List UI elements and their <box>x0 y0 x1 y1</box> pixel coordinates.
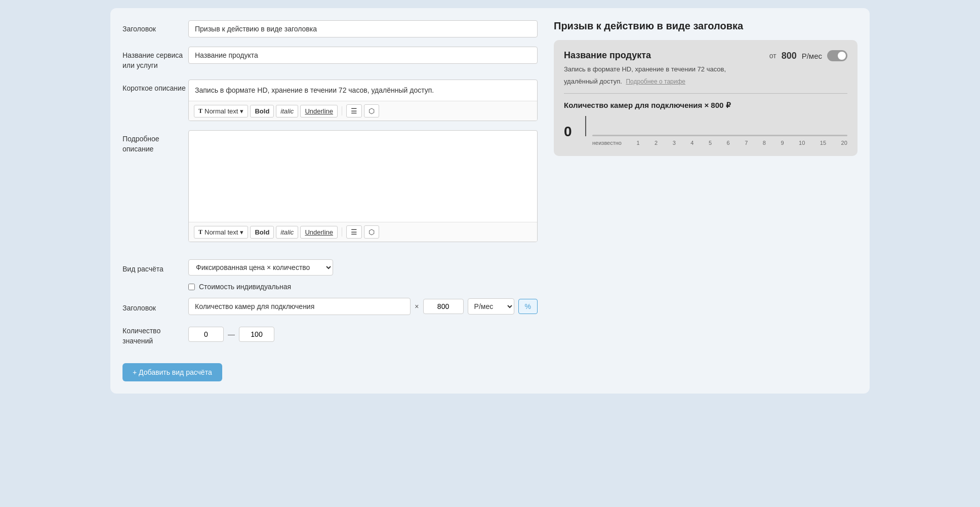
service-name-input[interactable] <box>188 47 538 64</box>
slider-label: 4 <box>690 140 693 146</box>
short-toolbar-underline[interactable]: Underline <box>300 105 338 118</box>
preview-slider-value: 0 <box>564 124 579 140</box>
detailed-toolbar-link[interactable]: ⬡ <box>364 225 379 239</box>
left-panel: Заголовок Название сервиса или услуги Ко… <box>123 20 538 381</box>
chevron-down-icon2: ▾ <box>240 228 243 236</box>
short-toolbar-italic[interactable]: italic <box>276 105 298 118</box>
preview-price-prefix: от <box>769 52 777 60</box>
service-name-row: Название сервиса или услуги <box>123 47 538 70</box>
header-input[interactable] <box>188 20 538 37</box>
preview-description-line2: удалённый доступ. Подробнее о тарифе <box>564 76 847 87</box>
preview-price-value: 800 <box>782 51 797 61</box>
toolbar-divider-1 <box>342 106 342 115</box>
quantity-row: Количество значений — <box>123 322 538 346</box>
slider-label: 15 <box>820 140 826 146</box>
multiply-sign: × <box>415 302 419 310</box>
preview-toggle[interactable] <box>827 50 847 61</box>
preview-divider <box>564 93 847 94</box>
preview-price-area: от 800 Р/мес <box>769 50 847 61</box>
detailed-toolbar-normal-text[interactable]: 𝐓 Normal text ▾ <box>194 226 248 239</box>
preview-title: Призыв к действию в виде заголовка <box>554 20 858 32</box>
short-desc-wrap: Запись в формате HD, хранение в течении … <box>188 80 538 121</box>
preview-desc-text: удалённый доступ. <box>564 77 622 85</box>
quantity-max-input[interactable] <box>239 327 274 342</box>
short-desc-row: Короткое описание Запись в формате HD, х… <box>123 80 538 121</box>
slider-label: 5 <box>709 140 712 146</box>
preview-product-name: Название продукта <box>564 50 651 61</box>
slider-label: 7 <box>745 140 748 146</box>
header-label: Заголовок <box>123 20 188 34</box>
spacer-1 <box>123 251 538 259</box>
unit-select[interactable]: Р/мес $/мес €/мес <box>468 298 514 315</box>
header2-wrap: × Р/мес $/мес €/мес % <box>188 298 538 315</box>
detailed-toolbar-list[interactable]: ☰ <box>346 225 362 239</box>
quantity-label: Количество значений <box>123 322 188 346</box>
preview-details-link[interactable]: Подробнее о тарифе <box>626 78 685 85</box>
short-desc-editor[interactable]: Запись в формате HD, хранение в течении … <box>188 80 538 121</box>
header-row: Заголовок <box>123 20 538 37</box>
short-desc-content[interactable]: Запись в формате HD, хранение в течении … <box>189 80 537 101</box>
calc-type-row: Вид расчёта Фиксированная цена × количес… <box>123 259 538 276</box>
slider-label: 2 <box>655 140 658 146</box>
short-toolbar-bold[interactable]: Bold <box>250 105 274 118</box>
quantity-min-input[interactable] <box>188 327 224 342</box>
short-toolbar-link[interactable]: ⬡ <box>364 104 379 118</box>
slider-label: 6 <box>727 140 730 146</box>
calc-type-select[interactable]: Фиксированная цена × количество Фиксиров… <box>188 259 333 276</box>
preview-calc-title: Количество камер для подключения × 800 ₽ <box>564 101 847 110</box>
preview-description-line1: Запись в формате HD, хранение в течении … <box>564 64 847 74</box>
individual-cost-checkbox[interactable] <box>188 284 195 290</box>
calc-type-label: Вид расчёта <box>123 260 188 275</box>
short-desc-label: Короткое описание <box>123 80 188 94</box>
header2-field-input[interactable] <box>188 298 411 315</box>
text-format-icon: 𝐓 <box>198 107 202 114</box>
right-panel: Призыв к действию в виде заголовка Назва… <box>554 20 858 381</box>
detailed-toolbar-bold[interactable]: Bold <box>250 226 274 239</box>
text-format-icon2: 𝐓 <box>198 228 202 236</box>
short-desc-toolbar: 𝐓 Normal text ▾ Bold italic Underline ☰ … <box>189 101 537 121</box>
service-name-label: Название сервиса или услуги <box>123 47 188 70</box>
detailed-desc-label: Подробное описание <box>123 130 188 154</box>
detailed-toolbar-italic[interactable]: italic <box>276 226 298 239</box>
detailed-toolbar-underline[interactable]: Underline <box>300 226 338 239</box>
price-input[interactable] <box>423 299 464 314</box>
detailed-desc-content[interactable] <box>189 131 537 222</box>
percent-button[interactable]: % <box>518 299 538 314</box>
service-name-input-wrap <box>188 47 538 64</box>
slider-label: 8 <box>763 140 766 146</box>
slider-label: 1 <box>636 140 639 146</box>
slider-cursor-line <box>585 116 586 136</box>
slider-label: 9 <box>781 140 784 146</box>
detailed-desc-toolbar: 𝐓 Normal text ▾ Bold italic Underline ☰ … <box>189 222 537 242</box>
short-toolbar-list[interactable]: ☰ <box>346 104 362 118</box>
preview-slider-bar: неизвестно123456789101520 <box>592 135 847 146</box>
slider-track[interactable] <box>592 135 847 136</box>
slider-label: 3 <box>673 140 676 146</box>
detailed-desc-wrap: 𝐓 Normal text ▾ Bold italic Underline ☰ … <box>188 130 538 242</box>
slider-label: 20 <box>841 140 847 146</box>
slider-labels: неизвестно123456789101520 <box>592 138 847 146</box>
header2-label: Заголовок <box>123 299 188 314</box>
calc-type-wrap: Фиксированная цена × количество Фиксиров… <box>188 259 538 276</box>
slider-label: неизвестно <box>592 140 622 146</box>
header2-row: Заголовок × Р/мес $/мес €/мес % <box>123 298 538 315</box>
preview-price-currency: Р/мес <box>802 52 822 60</box>
slider-label: 10 <box>799 140 805 146</box>
individual-cost-row: Стоимость индивидуальная <box>188 283 538 291</box>
add-calc-button[interactable]: + Добавить вид расчёта <box>123 363 222 381</box>
short-toolbar-normal-text[interactable]: 𝐓 Normal text ▾ <box>194 105 248 118</box>
individual-cost-label[interactable]: Стоимость индивидуальная <box>199 283 291 291</box>
header2-inline-group: × Р/мес $/мес €/мес % <box>188 298 538 315</box>
preview-header-row: Название продукта от 800 Р/мес <box>564 50 847 61</box>
main-container: Заголовок Название сервиса или услуги Ко… <box>110 8 870 394</box>
header-input-wrap <box>188 20 538 37</box>
chevron-down-icon: ▾ <box>240 107 243 115</box>
detailed-desc-row: Подробное описание 𝐓 Normal text ▾ Bold … <box>123 130 538 242</box>
quantity-wrap: — <box>188 327 538 342</box>
range-row: — <box>188 327 538 342</box>
detailed-desc-editor[interactable]: 𝐓 Normal text ▾ Bold italic Underline ☰ … <box>188 130 538 242</box>
toolbar-divider-2 <box>342 227 342 237</box>
preview-card: Название продукта от 800 Р/мес Запись в … <box>554 40 858 156</box>
preview-slider-area: 0 неизвестно123456789101520 <box>564 116 847 146</box>
range-dash: — <box>228 330 235 338</box>
